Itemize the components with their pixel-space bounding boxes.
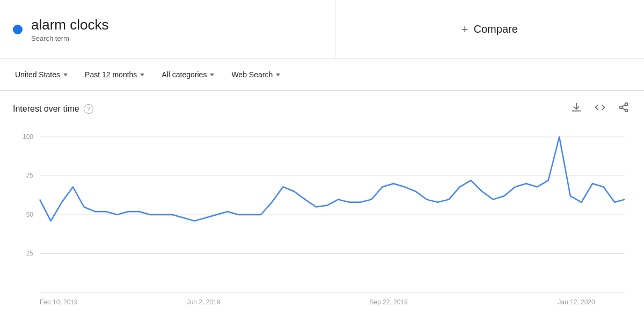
svg-text:Jun 2, 2019: Jun 2, 2019: [187, 298, 221, 306]
trend-line: [40, 137, 625, 221]
time-period-chevron-icon: [140, 74, 144, 76]
header: alarm clocks Search term + Compare: [0, 0, 644, 59]
svg-text:75: 75: [26, 172, 34, 179]
compare-section[interactable]: + Compare: [335, 0, 645, 59]
svg-text:25: 25: [26, 250, 34, 257]
download-icon[interactable]: [569, 100, 584, 118]
category-filter[interactable]: All categories: [155, 67, 221, 82]
category-label: All categories: [162, 70, 207, 79]
embed-icon[interactable]: [592, 100, 608, 118]
search-type-filter[interactable]: Web Search: [225, 67, 287, 82]
search-type-chevron-icon: [276, 74, 280, 76]
search-term-title: alarm clocks: [31, 17, 108, 33]
chart-container: 100 75 50 25 Feb 10, 2019 Jun 2, 2019 Se…: [13, 126, 631, 319]
search-term-text: alarm clocks Search term: [31, 17, 108, 42]
compare-label: Compare: [474, 23, 518, 35]
svg-point-2: [625, 109, 628, 112]
compare-plus-icon: +: [462, 23, 469, 36]
search-term-type: Search term: [31, 34, 108, 42]
svg-point-1: [620, 106, 623, 109]
svg-line-3: [622, 108, 625, 109]
svg-text:50: 50: [26, 211, 34, 218]
content: Interest over time ?: [0, 91, 644, 319]
region-filter[interactable]: United States: [9, 67, 74, 82]
section-title: Interest over time ?: [13, 104, 93, 114]
svg-text:100: 100: [23, 133, 33, 141]
time-period-label: Past 12 months: [85, 70, 137, 79]
svg-line-4: [622, 105, 625, 106]
interest-chart: 100 75 50 25 Feb 10, 2019 Jun 2, 2019 Se…: [13, 126, 631, 319]
svg-text:Jan 12, 2020: Jan 12, 2020: [558, 298, 595, 306]
svg-text:Sep 22, 2019: Sep 22, 2019: [369, 298, 408, 306]
time-period-filter[interactable]: Past 12 months: [78, 67, 151, 82]
svg-text:Feb 10, 2019: Feb 10, 2019: [40, 298, 78, 306]
svg-point-0: [625, 103, 628, 106]
search-type-label: Web Search: [231, 70, 273, 79]
region-chevron-icon: [63, 74, 68, 76]
section-header: Interest over time ?: [13, 100, 631, 118]
filter-bar: United States Past 12 months All categor…: [0, 59, 644, 91]
category-chevron-icon: [210, 74, 214, 76]
help-icon[interactable]: ?: [84, 104, 93, 114]
share-icon[interactable]: [616, 100, 631, 118]
toolbar-icons: [569, 100, 631, 118]
interest-over-time-title: Interest over time: [13, 104, 79, 114]
search-term-section: alarm clocks Search term: [0, 0, 335, 59]
region-label: United States: [15, 70, 60, 79]
search-term-dot: [13, 25, 23, 34]
